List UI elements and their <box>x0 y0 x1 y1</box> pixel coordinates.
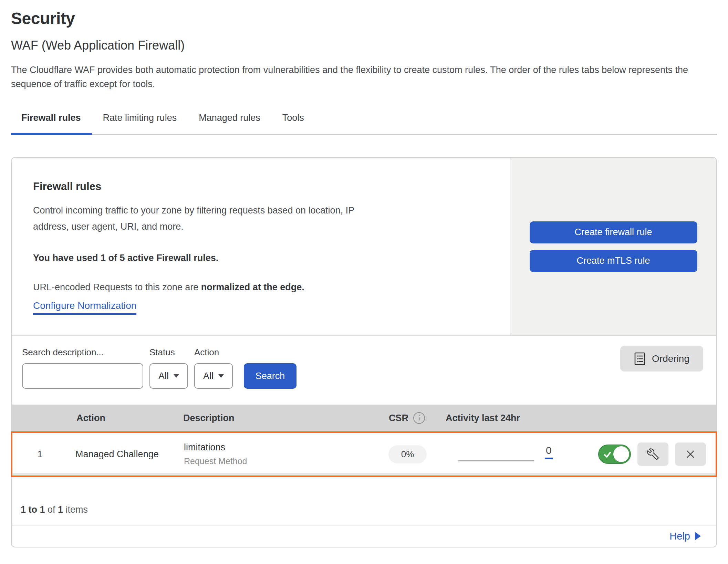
status-dropdown[interactable]: All <box>149 363 188 389</box>
search-button[interactable]: Search <box>244 363 297 389</box>
firewall-rules-panel: Firewall rules Control incoming traffic … <box>11 157 717 547</box>
tab-tools[interactable]: Tools <box>271 113 315 135</box>
header-csr-label: CSR <box>389 413 408 424</box>
usage-summary: You have used 1 of 5 active Firewall rul… <box>33 253 489 263</box>
search-label: Search description... <box>22 347 143 358</box>
create-firewall-rule-button[interactable]: Create firewall rule <box>530 221 697 243</box>
create-rule-sidebar: Create firewall rule Create mTLS rule <box>510 158 716 335</box>
normalization-text: URL-encoded Requests to this zone are <box>33 282 201 292</box>
help-link[interactable]: Help <box>669 531 701 542</box>
items-range: 1 to 1 <box>21 504 45 515</box>
activity-count-link[interactable]: 0 <box>545 445 553 459</box>
status-value: All <box>158 371 169 382</box>
firewall-rules-card: Firewall rules Control incoming traffic … <box>12 158 716 335</box>
create-mtls-rule-button[interactable]: Create mTLS rule <box>530 250 697 272</box>
search-group: Search description... <box>22 347 143 389</box>
status-label: Status <box>149 347 188 358</box>
delete-rule-button[interactable] <box>675 442 706 466</box>
tab-rate-limiting-rules[interactable]: Rate limiting rules <box>92 113 188 135</box>
rule-controls <box>587 442 716 466</box>
action-value: All <box>203 371 214 382</box>
page-title: Security <box>11 9 714 28</box>
checkmark-icon <box>603 450 612 459</box>
csr-badge: 0% <box>388 445 427 463</box>
edit-rule-button[interactable] <box>637 442 668 466</box>
chevron-down-icon <box>218 374 224 378</box>
rule-enabled-toggle[interactable] <box>598 445 631 464</box>
close-icon <box>685 449 696 460</box>
rule-priority: 1 <box>12 449 67 460</box>
security-waf-page: Security WAF (Web Application Firewall) … <box>0 0 728 564</box>
ordering-list-icon <box>634 352 646 366</box>
status-group: Status All <box>149 347 188 389</box>
action-label: Action <box>194 347 233 358</box>
panel-footer: Help <box>12 525 716 547</box>
table-row: 1 Managed Challenge limitations Request … <box>11 431 717 477</box>
chevron-down-icon <box>174 374 179 378</box>
items-total: 1 <box>58 504 63 515</box>
rule-activity-cell: 0 <box>439 433 587 476</box>
rules-table-header: Action Description CSR i Activity last 2… <box>12 405 716 431</box>
page-header: Security WAF (Web Application Firewall) … <box>0 0 728 91</box>
normalization-note: URL-encoded Requests to this zone are no… <box>33 282 489 293</box>
header-action: Action <box>67 413 180 424</box>
waf-tabs: Firewall rules Rate limiting rules Manag… <box>11 113 717 135</box>
rule-description-cell: limitations Request Method <box>181 442 376 466</box>
normalization-bold: normalized at the edge. <box>201 282 304 292</box>
tab-firewall-rules[interactable]: Firewall rules <box>11 113 92 135</box>
rule-description: limitations <box>184 442 376 453</box>
toggle-knob <box>613 446 629 462</box>
page-description: The Cloudflare WAF provides both automat… <box>11 63 714 91</box>
ordering-button[interactable]: Ordering <box>620 346 703 372</box>
rule-expression-summary: Request Method <box>184 456 376 466</box>
ordering-label: Ordering <box>652 353 689 364</box>
items-of: of <box>45 504 58 515</box>
help-label: Help <box>669 531 690 542</box>
page-subtitle: WAF (Web Application Firewall) <box>11 38 714 53</box>
rule-csr-cell: 0% <box>388 445 427 463</box>
activity-sparkline <box>458 460 534 461</box>
search-box[interactable] <box>22 363 143 389</box>
rule-action: Managed Challenge <box>67 449 181 460</box>
header-description: Description <box>180 413 375 424</box>
items-count: 1 to 1 of 1 items <box>12 477 716 525</box>
action-dropdown[interactable]: All <box>194 363 233 389</box>
header-activity: Activity last 24hr <box>439 413 587 424</box>
card-heading: Firewall rules <box>33 180 489 193</box>
rules-filter-bar: Search description... Status All <box>12 335 716 405</box>
action-group: Action All <box>194 347 233 389</box>
search-input[interactable] <box>33 371 148 382</box>
wrench-icon <box>647 448 659 460</box>
firewall-rules-info: Firewall rules Control incoming traffic … <box>12 158 510 335</box>
csr-info-icon[interactable]: i <box>413 412 425 424</box>
card-description: Control incoming traffic to your zone by… <box>33 202 371 235</box>
configure-normalization-link[interactable]: Configure Normalization <box>33 300 136 315</box>
header-csr: CSR i <box>389 412 425 424</box>
items-word: items <box>63 504 88 515</box>
tab-managed-rules[interactable]: Managed rules <box>188 113 271 135</box>
triangle-right-icon <box>695 532 701 540</box>
